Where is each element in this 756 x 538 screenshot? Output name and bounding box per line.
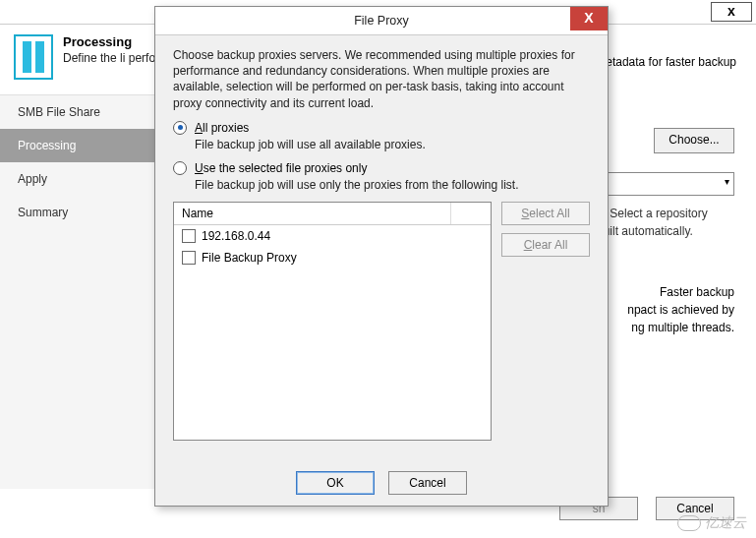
choose-button[interactable]: Choose... [654,128,734,153]
wizard-step-processing[interactable]: Processing [0,129,167,162]
wizard-step-summary[interactable]: Summary [0,196,167,229]
radio-icon [173,161,187,175]
watermark: 亿速云 [677,514,746,532]
proxy-list[interactable]: Name 192.168.0.44 File Backup Proxy [173,202,492,441]
dialog-title: File Proxy [354,14,409,28]
dialog-titlebar: File Proxy X [155,7,608,35]
wizard-close-button[interactable]: x [711,2,752,22]
dialog-close-button[interactable]: X [570,7,608,30]
proxy-list-header[interactable]: Name [174,203,491,225]
processing-icon [14,34,53,80]
radio-all-proxies[interactable]: All proxies [173,121,590,135]
proxy-item-label: File Backup Proxy [202,251,297,265]
clear-all-button[interactable]: Clear All [501,233,590,257]
radio-all-subtext: File backup job will use all available p… [195,138,590,151]
select-all-button[interactable]: Select All [501,202,590,225]
ok-button[interactable]: OK [296,471,375,495]
wizard-step-list: SMB File Share Processing Apply Summary [0,94,167,489]
proxy-area: Name 192.168.0.44 File Backup Proxy Sele… [173,202,590,441]
repository-combobox[interactable] [605,172,734,196]
radio-selected-subtext: File backup job will use only the proxie… [195,178,590,192]
checkbox-icon[interactable] [182,229,196,243]
radio-selected-label: Use the selected file proxies only [195,161,367,175]
cloud-icon [677,515,701,531]
proxy-item-label: 192.168.0.44 [202,229,270,243]
checkbox-icon[interactable] [182,251,196,265]
radio-selected-proxies[interactable]: Use the selected file proxies only [173,161,590,175]
proxy-item[interactable]: File Backup Proxy [174,247,491,269]
repository-hint: d. Select a repository built automatical… [597,207,734,242]
wizard-header-tail: etadata for faster backup [606,55,736,69]
wizard-step-smb[interactable]: SMB File Share [0,95,167,129]
wizard-step-apply[interactable]: Apply [0,162,167,196]
cancel-button[interactable]: Cancel [388,471,467,495]
dialog-footer: OK Cancel [155,460,608,506]
file-proxy-dialog: File Proxy X Choose backup proxies serve… [154,6,609,507]
dialog-body: Choose backup proxies servers. We recomm… [155,35,608,460]
radio-icon [173,121,187,135]
proxy-item[interactable]: 192.168.0.44 [174,225,491,247]
dialog-description: Choose backup proxies servers. We recomm… [173,47,590,111]
radio-all-label: All proxies [195,121,249,135]
proxy-side-buttons: Select All Clear All [501,202,590,441]
watermark-text: 亿速云 [705,514,746,532]
faster-backup-text: Faster backup npact is achieved by ng mu… [597,285,734,338]
